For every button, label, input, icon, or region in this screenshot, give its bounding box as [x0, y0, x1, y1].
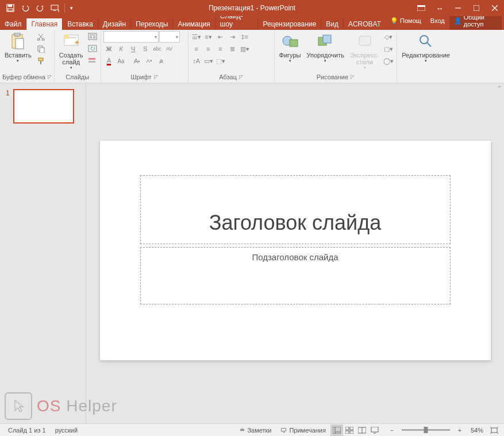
maximize-button[interactable] — [467, 0, 486, 16]
new-slide-button[interactable]: Создать слайд▾ — [57, 31, 86, 71]
tab-view[interactable]: Вид — [321, 18, 343, 30]
quick-styles-button[interactable]: Экспресс- стили▾ — [348, 31, 382, 71]
svg-rect-43 — [350, 431, 353, 434]
zoom-level[interactable]: 54% — [466, 427, 488, 434]
notes-button[interactable]: ≐Заметки — [235, 426, 276, 434]
dialog-launcher-icon[interactable]: ◸ — [239, 74, 243, 80]
undo-button[interactable] — [18, 1, 32, 15]
svg-rect-19 — [40, 61, 41, 64]
shapes-button[interactable]: Фигуры▾ — [277, 31, 303, 64]
shape-outline-button[interactable]: ▢▾ — [383, 43, 394, 55]
columns-button[interactable]: ▥▾ — [239, 43, 251, 55]
ribbon-display-button[interactable] — [412, 0, 430, 16]
tab-home[interactable]: Главная — [26, 18, 63, 30]
font-name-select[interactable] — [103, 31, 159, 43]
full-screen-button[interactable]: ↔ — [430, 0, 449, 16]
svg-rect-40 — [345, 427, 349, 430]
window-title: Презентация1 - PowerPoint — [209, 4, 295, 12]
close-button[interactable] — [486, 0, 504, 16]
bold-button[interactable]: Ж — [103, 43, 115, 55]
minimize-button[interactable] — [449, 0, 467, 16]
thumbnail-image[interactable] — [13, 89, 74, 124]
dialog-launcher-icon[interactable]: ◸ — [48, 74, 52, 80]
section-button[interactable] — [87, 55, 98, 67]
svg-rect-13 — [16, 38, 24, 49]
grow-font-button[interactable]: A▴ — [132, 55, 143, 67]
slideshow-view-button[interactable] — [368, 425, 381, 436]
align-left-button[interactable]: ≡ — [191, 43, 202, 55]
cut-button[interactable] — [35, 31, 47, 43]
format-painter-button[interactable] — [35, 55, 47, 67]
redo-button[interactable] — [33, 1, 47, 15]
line-spacing-button[interactable]: ‡≡ — [239, 31, 251, 43]
justify-button[interactable]: ≣ — [227, 43, 238, 55]
language-button[interactable]: русский — [51, 427, 82, 434]
change-case-button[interactable]: Aa — [116, 55, 127, 67]
svg-rect-34 — [359, 36, 371, 45]
dialog-launcher-icon[interactable]: ◸ — [351, 74, 355, 80]
reading-view-button[interactable] — [356, 425, 368, 436]
slide-canvas[interactable]: Заголовок слайда Подзаголовок слайда — [100, 141, 491, 360]
italic-button[interactable]: К — [116, 43, 127, 55]
tab-acrobat[interactable]: ACROBAT — [343, 18, 386, 30]
arrange-button[interactable]: Упорядочить▾ — [304, 31, 346, 64]
normal-view-button[interactable] — [330, 425, 343, 436]
slide-editor[interactable]: Заголовок слайда Подзаголовок слайда — [86, 83, 504, 423]
dialog-launcher-icon[interactable]: ◸ — [154, 74, 158, 80]
text-direction-button[interactable]: ↕A — [191, 55, 202, 67]
align-center-button[interactable]: ≡ — [203, 43, 214, 55]
sorter-view-button[interactable] — [343, 425, 356, 436]
editing-button[interactable]: Редактирование▾ — [399, 31, 452, 64]
slide-count[interactable]: Слайд 1 из 1 — [3, 427, 51, 434]
tab-file[interactable]: Файл — [0, 18, 26, 30]
strikethrough-button[interactable]: S — [140, 43, 151, 55]
tab-animations[interactable]: Анимация — [172, 18, 214, 30]
zoom-slider[interactable] — [402, 429, 450, 431]
copy-button[interactable] — [35, 43, 47, 55]
shape-fill-button[interactable]: ◇▾ — [383, 31, 394, 43]
align-right-button[interactable]: ≡ — [215, 43, 226, 55]
reset-button[interactable] — [87, 43, 98, 55]
slide-panel[interactable]: 1 — [0, 83, 86, 423]
bullets-button[interactable]: ☰▾ — [191, 31, 202, 43]
title-placeholder[interactable]: Заголовок слайда — [140, 175, 451, 244]
tell-me-button[interactable]: 💡Помощ — [386, 16, 426, 26]
customize-qat-button[interactable]: ▾ — [67, 1, 75, 15]
collapse-ribbon-button[interactable]: ⌃ — [497, 85, 502, 91]
group-slides: Создать слайд▾ Слайды — [55, 30, 101, 83]
tab-transitions[interactable]: Переходы — [130, 18, 172, 30]
slide-thumbnail[interactable]: 1 — [6, 89, 80, 124]
shadow-button[interactable]: abc — [152, 43, 163, 55]
notes-icon: ≐ — [240, 426, 245, 434]
clear-format-button[interactable]: A̷ — [156, 55, 167, 67]
decrease-indent-button[interactable]: ⇤ — [215, 31, 226, 43]
underline-button[interactable]: Ч — [128, 43, 139, 55]
layout-button[interactable] — [87, 31, 98, 43]
shrink-font-button[interactable]: A▾ — [144, 55, 155, 67]
start-from-beginning-button[interactable] — [48, 1, 62, 15]
group-editing: Редактирование▾ — [397, 30, 455, 83]
group-label: Слайды — [66, 74, 89, 80]
sign-in-button[interactable]: Вход — [426, 16, 449, 26]
svg-rect-29 — [89, 61, 95, 63]
save-button[interactable] — [3, 1, 17, 15]
increase-indent-button[interactable]: ⇥ — [227, 31, 238, 43]
tab-design[interactable]: Дизайн — [98, 18, 130, 30]
paste-button[interactable]: Вставить▾ — [2, 31, 34, 64]
subtitle-placeholder[interactable]: Подзаголовок слайда — [140, 247, 451, 304]
align-text-button[interactable]: ▭▾ — [203, 55, 214, 67]
smartart-button[interactable]: ⬚▾ — [215, 55, 226, 67]
window-controls: ↔ — [412, 0, 504, 16]
tab-insert[interactable]: Вставка — [62, 18, 98, 30]
font-color-button[interactable]: A — [103, 55, 115, 67]
fit-to-window-button[interactable] — [488, 425, 501, 436]
zoom-in-button[interactable]: + — [453, 425, 466, 436]
numbering-button[interactable]: ≡▾ — [203, 31, 214, 43]
zoom-out-button[interactable]: − — [386, 425, 398, 436]
tab-review[interactable]: Рецензирование — [258, 18, 321, 30]
char-spacing-button[interactable]: AV — [164, 43, 175, 55]
comment-icon: 🗨 — [280, 427, 287, 434]
shape-effects-button[interactable]: ◯▾ — [383, 55, 394, 67]
font-size-select[interactable] — [159, 31, 180, 43]
comments-button[interactable]: 🗨Примечания — [276, 427, 330, 434]
